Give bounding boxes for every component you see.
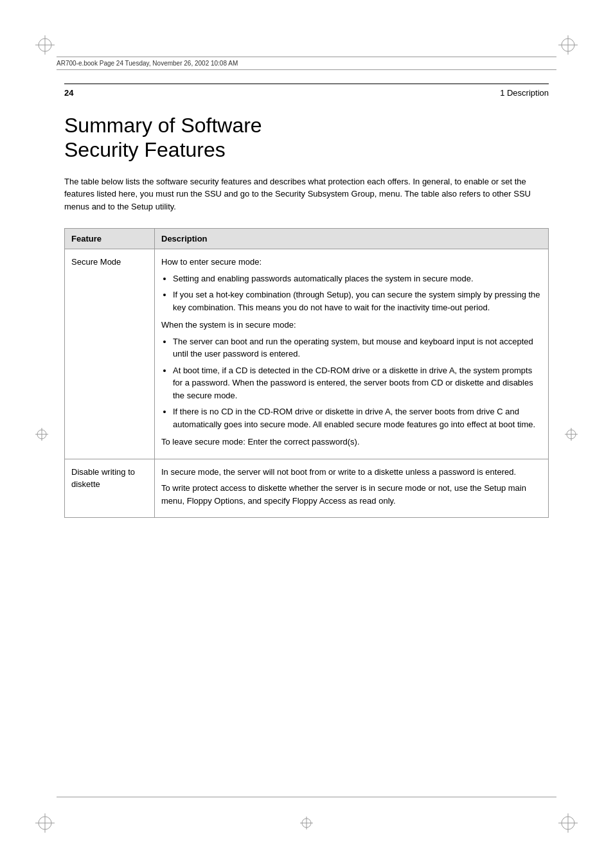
feature-cell-secure-mode: Secure Mode xyxy=(65,249,155,459)
bottom-line xyxy=(57,797,556,797)
list-item: The server can boot and run the operatin… xyxy=(173,335,542,360)
page-container: AR700-e.book Page 24 Tuesday, November 2… xyxy=(0,0,613,868)
corner-mark-br xyxy=(558,813,578,833)
intro-paragraph: The table below lists the software secur… xyxy=(64,175,549,213)
page-content: 24 1 Description Summary of Software Sec… xyxy=(64,84,549,791)
page-number: 24 xyxy=(64,88,73,98)
list-item: If there is no CD in the CD-ROM drive or… xyxy=(173,405,542,430)
desc-cell-secure-mode: How to enter secure mode: Setting and en… xyxy=(155,249,549,459)
reg-mark-ml xyxy=(35,428,48,441)
col-header-feature: Feature xyxy=(65,229,155,249)
header-file-info: AR700-e.book Page 24 Tuesday, November 2… xyxy=(57,60,238,67)
corner-mark-bl xyxy=(35,813,55,833)
page-chapter: 1 Description xyxy=(500,88,549,98)
page-header-row: 24 1 Description xyxy=(64,84,549,98)
table-row: Secure Mode How to enter secure mode: Se… xyxy=(65,249,549,459)
table-row: Disable writing to diskette In secure mo… xyxy=(65,459,549,518)
secure-mode-outro: To leave secure mode: Enter the correct … xyxy=(161,436,542,448)
list-item: At boot time, if a CD is detected in the… xyxy=(173,364,542,402)
reg-mark-mr xyxy=(565,428,578,441)
col-header-description: Description xyxy=(155,229,549,249)
list-item: If you set a hot-key combination (throug… xyxy=(173,288,542,314)
secure-mode-bullets2: The server can boot and run the operatin… xyxy=(173,335,542,431)
feature-table: Feature Description Secure Mode How to e… xyxy=(64,228,549,518)
diskette-para2: To write protect access to diskette whet… xyxy=(161,482,542,507)
corner-mark-tr xyxy=(558,35,578,55)
reg-mark-bc xyxy=(300,817,313,829)
secure-mode-middle: When the system is in secure mode: xyxy=(161,319,542,332)
desc-cell-diskette: In secure mode, the server will not boot… xyxy=(155,459,549,518)
feature-cell-diskette: Disable writing to diskette xyxy=(65,459,155,518)
secure-mode-bullets1: Setting and enabling passwords automatic… xyxy=(173,272,542,314)
corner-mark-tl xyxy=(35,35,55,55)
header-bar: AR700-e.book Page 24 Tuesday, November 2… xyxy=(57,57,556,70)
table-header-row: Feature Description xyxy=(65,229,549,249)
list-item: Setting and enabling passwords automatic… xyxy=(173,272,542,285)
main-heading: Summary of Software Security Features xyxy=(64,113,549,163)
diskette-para1: In secure mode, the server will not boot… xyxy=(161,466,542,479)
secure-mode-intro: How to enter secure mode: xyxy=(161,256,542,269)
